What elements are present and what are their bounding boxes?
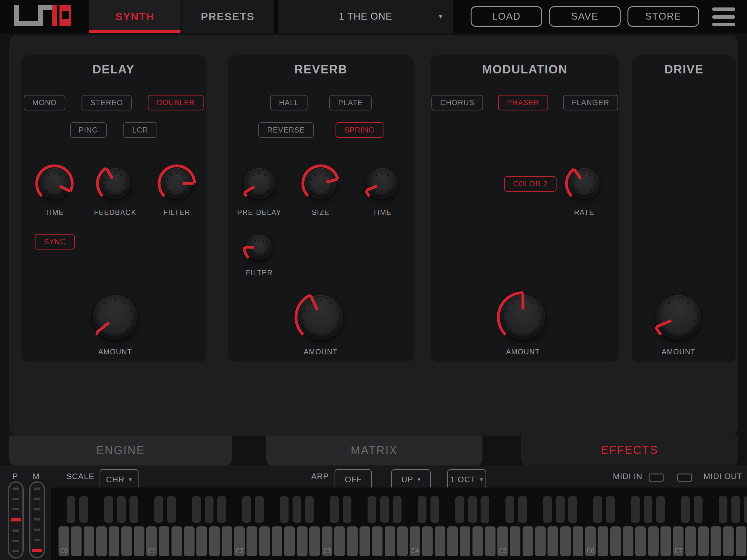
delay-mode-doubler[interactable]: DOUBLER bbox=[148, 95, 204, 110]
black-key[interactable] bbox=[568, 496, 577, 523]
white-key[interactable] bbox=[560, 526, 571, 556]
white-key[interactable] bbox=[698, 526, 709, 556]
black-key[interactable] bbox=[255, 496, 264, 523]
black-key[interactable] bbox=[205, 496, 213, 523]
white-key[interactable] bbox=[485, 526, 495, 556]
save-button[interactable]: SAVE bbox=[549, 6, 621, 27]
modulation-mode-flanger[interactable]: FLANGER bbox=[563, 95, 618, 110]
black-key[interactable] bbox=[129, 496, 138, 523]
white-key[interactable] bbox=[723, 526, 733, 556]
black-key[interactable] bbox=[380, 496, 389, 523]
black-key[interactable] bbox=[518, 496, 527, 523]
white-key[interactable] bbox=[535, 526, 546, 556]
white-key[interactable] bbox=[447, 526, 458, 556]
white-key[interactable] bbox=[197, 526, 207, 556]
white-key[interactable] bbox=[573, 526, 583, 556]
black-key[interactable] bbox=[418, 496, 427, 523]
black-key[interactable] bbox=[468, 496, 477, 523]
drive-amount-knob[interactable] bbox=[652, 291, 705, 344]
delay-amount-knob[interactable] bbox=[89, 291, 141, 344]
slider-handle[interactable] bbox=[32, 549, 42, 552]
white-key[interactable] bbox=[121, 526, 132, 556]
white-key[interactable] bbox=[347, 526, 358, 556]
tab-presets[interactable]: PRESETS bbox=[181, 0, 274, 33]
black-key[interactable] bbox=[481, 496, 489, 523]
black-key[interactable] bbox=[79, 496, 88, 523]
black-key[interactable] bbox=[393, 496, 402, 523]
delay-mode-mono[interactable]: MONO bbox=[24, 95, 66, 110]
white-key[interactable] bbox=[472, 526, 483, 556]
white-key[interactable] bbox=[309, 526, 320, 556]
white-key[interactable] bbox=[623, 526, 634, 556]
white-key[interactable]: C6 bbox=[585, 526, 596, 556]
arp-direction-select[interactable]: UP bbox=[391, 469, 431, 490]
reverb-predelay-knob[interactable] bbox=[240, 164, 279, 203]
white-key[interactable]: C1 bbox=[146, 526, 157, 556]
load-button[interactable]: LOAD bbox=[471, 6, 542, 27]
modulation-mode-chorus[interactable]: CHORUS bbox=[431, 95, 483, 110]
white-key[interactable]: C5 bbox=[497, 526, 508, 556]
black-key[interactable] bbox=[280, 496, 288, 523]
reverb-mode-reverse[interactable]: REVERSE bbox=[258, 122, 314, 138]
modulation-color-button[interactable]: COLOR 2 bbox=[504, 176, 557, 192]
modulation-rate-knob[interactable] bbox=[565, 164, 603, 203]
white-key[interactable] bbox=[610, 526, 621, 556]
white-key[interactable] bbox=[284, 526, 295, 556]
white-key[interactable] bbox=[71, 526, 81, 556]
reverb-mode-hall[interactable]: HALL bbox=[270, 95, 308, 110]
white-key[interactable] bbox=[247, 526, 257, 556]
black-key[interactable] bbox=[593, 496, 602, 523]
black-key[interactable] bbox=[343, 496, 352, 523]
black-key[interactable] bbox=[694, 496, 702, 523]
white-key[interactable] bbox=[184, 526, 195, 556]
black-key[interactable] bbox=[556, 496, 565, 523]
white-key[interactable] bbox=[372, 526, 383, 556]
white-key[interactable] bbox=[598, 526, 608, 556]
white-key[interactable]: C4 bbox=[410, 526, 420, 556]
black-key[interactable] bbox=[367, 496, 376, 523]
white-key[interactable] bbox=[661, 526, 671, 556]
black-key[interactable] bbox=[217, 496, 226, 523]
delay-time-knob[interactable] bbox=[35, 164, 74, 203]
white-key[interactable] bbox=[648, 526, 659, 556]
white-key[interactable] bbox=[397, 526, 408, 556]
white-key[interactable] bbox=[547, 526, 558, 556]
preset-selector[interactable]: 1 THE ONE bbox=[278, 0, 453, 33]
delay-mode-ping[interactable]: PING bbox=[70, 122, 107, 138]
black-key[interactable] bbox=[681, 496, 690, 523]
reverb-filter-knob[interactable] bbox=[243, 231, 276, 264]
white-key[interactable]: C7 bbox=[673, 526, 684, 556]
black-key[interactable] bbox=[305, 496, 314, 523]
reverb-amount-knob[interactable] bbox=[294, 291, 347, 344]
slider-handle[interactable] bbox=[11, 518, 21, 522]
delay-feedback-knob[interactable] bbox=[96, 164, 134, 203]
white-key[interactable] bbox=[635, 526, 646, 556]
black-key[interactable] bbox=[506, 496, 514, 523]
white-key[interactable] bbox=[334, 526, 345, 556]
tab-effects[interactable]: EFFECTS bbox=[521, 435, 738, 465]
black-key[interactable] bbox=[644, 496, 652, 523]
black-key[interactable] bbox=[242, 496, 251, 523]
black-key[interactable] bbox=[67, 496, 75, 523]
black-key[interactable] bbox=[292, 496, 301, 523]
white-key[interactable] bbox=[209, 526, 220, 556]
black-key[interactable] bbox=[104, 496, 113, 523]
black-key[interactable] bbox=[154, 496, 163, 523]
reverb-time-knob[interactable] bbox=[363, 164, 402, 203]
black-key[interactable] bbox=[606, 496, 615, 523]
white-key[interactable] bbox=[222, 526, 232, 556]
white-key[interactable] bbox=[385, 526, 395, 556]
arp-off-button[interactable]: OFF bbox=[335, 469, 372, 490]
black-key[interactable] bbox=[330, 496, 339, 523]
black-key[interactable] bbox=[455, 496, 464, 523]
black-key[interactable] bbox=[631, 496, 640, 523]
black-key[interactable] bbox=[719, 496, 727, 523]
white-key[interactable] bbox=[711, 526, 721, 556]
white-key[interactable] bbox=[272, 526, 282, 556]
white-key[interactable] bbox=[736, 526, 746, 556]
scale-select[interactable]: CHR bbox=[100, 469, 138, 490]
white-key[interactable]: C0 bbox=[58, 526, 69, 556]
reverb-mode-plate[interactable]: PLATE bbox=[329, 95, 371, 110]
black-key[interactable] bbox=[431, 496, 439, 523]
white-key[interactable] bbox=[84, 526, 94, 556]
